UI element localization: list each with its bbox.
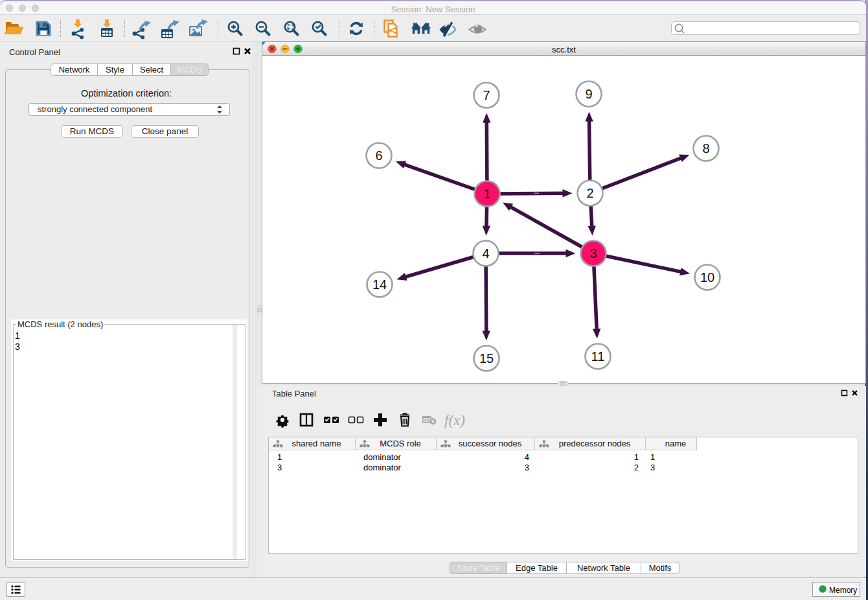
svg-text:7: 7	[483, 88, 490, 102]
svg-text:f(x): f(x)	[444, 412, 465, 428]
svg-text:6: 6	[375, 148, 382, 163]
svg-text:1: 1	[483, 187, 490, 201]
svg-text:10: 10	[700, 270, 714, 284]
svg-text:14: 14	[372, 277, 387, 292]
svg-text:3: 3	[589, 246, 597, 260]
svg-text:11: 11	[591, 349, 605, 363]
svg-text:4: 4	[482, 246, 489, 260]
svg-text:2: 2	[586, 186, 593, 200]
svg-text:8: 8	[702, 141, 709, 156]
svg-text:15: 15	[479, 351, 494, 365]
svg-text:9: 9	[585, 87, 592, 101]
